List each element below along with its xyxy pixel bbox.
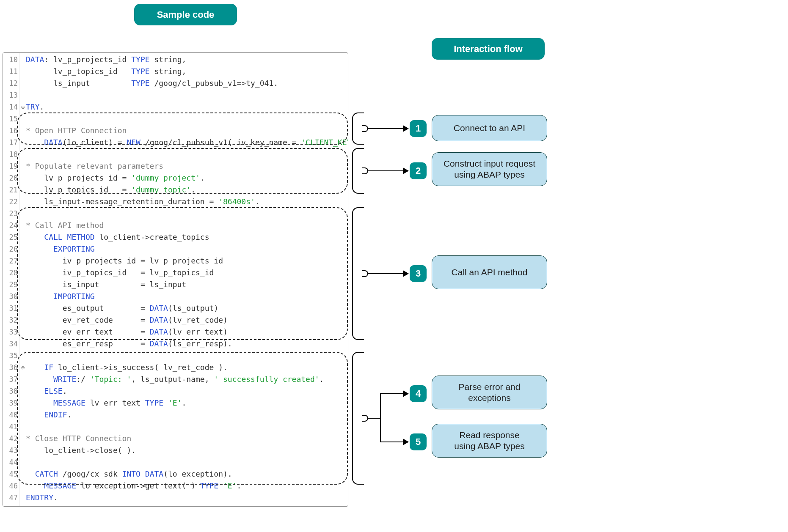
connector-45-trunk	[368, 418, 381, 419]
connector-45-split	[380, 393, 381, 442]
brace-2	[352, 148, 363, 194]
flow-step-4: Parse error andexceptions	[432, 376, 547, 409]
brace-45	[352, 352, 363, 485]
flow-step-3: Call an API method	[432, 255, 547, 289]
flow-step-2-label: Construct input requestusing ABAP types	[444, 158, 535, 181]
brace-3	[352, 207, 363, 340]
flow-step-3-label: Call an API method	[452, 267, 528, 278]
flow-step-5-label: Read responseusing ABAP types	[454, 430, 525, 452]
sample-code-title: Sample code	[134, 4, 237, 25]
fold-column: ⊖⊖	[20, 53, 26, 506]
step-badge-2: 2	[410, 162, 427, 179]
step-badge-4: 4	[410, 385, 427, 402]
step-badge-1: 1	[410, 120, 427, 137]
flow-step-1-label: Connect to an API	[454, 123, 525, 134]
flow-step-1: Connect to an API	[432, 115, 547, 141]
step-badge-3: 3	[410, 265, 427, 282]
connector-4	[380, 393, 403, 394]
connector-1	[368, 128, 403, 129]
line-number-gutter: 1011121314151617181920212223242526272829…	[3, 53, 20, 506]
interaction-flow-title: Interaction flow	[432, 38, 545, 60]
connector-5	[380, 442, 403, 442]
flow-step-5: Read responseusing ABAP types	[432, 424, 547, 458]
brace-1	[352, 112, 363, 145]
diagram-canvas: Sample code Interaction flow 10111213141…	[0, 0, 788, 532]
code-editor: 1011121314151617181920212223242526272829…	[3, 52, 348, 507]
arrowhead-5	[403, 439, 409, 445]
arrowhead-2	[403, 167, 409, 174]
connector-2	[368, 170, 403, 171]
flow-step-2: Construct input requestusing ABAP types	[432, 152, 547, 186]
arrowhead-1	[403, 125, 409, 132]
step-badge-5: 5	[410, 433, 427, 450]
flow-step-4-label: Parse error andexceptions	[459, 381, 521, 404]
code-body: DATA: lv_p_projects_id TYPE string, lv_p…	[26, 54, 348, 506]
arrowhead-3	[403, 270, 409, 277]
arrowhead-4	[403, 390, 409, 397]
connector-3	[368, 273, 403, 274]
